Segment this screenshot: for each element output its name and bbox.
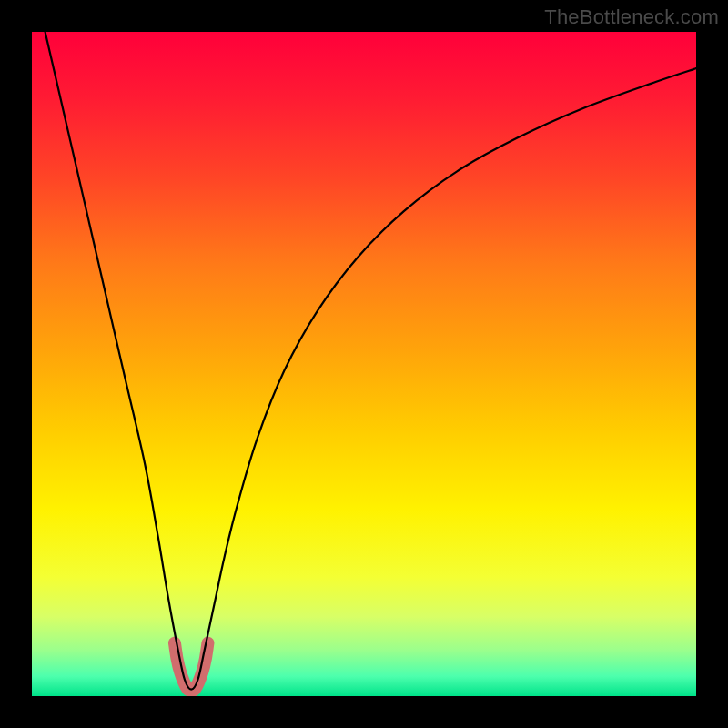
chart-svg [32,32,696,696]
plot-area [32,32,696,696]
watermark-text: TheBottleneck.com [544,5,719,29]
gradient-background [32,32,696,696]
outer-frame: TheBottleneck.com [0,0,728,728]
